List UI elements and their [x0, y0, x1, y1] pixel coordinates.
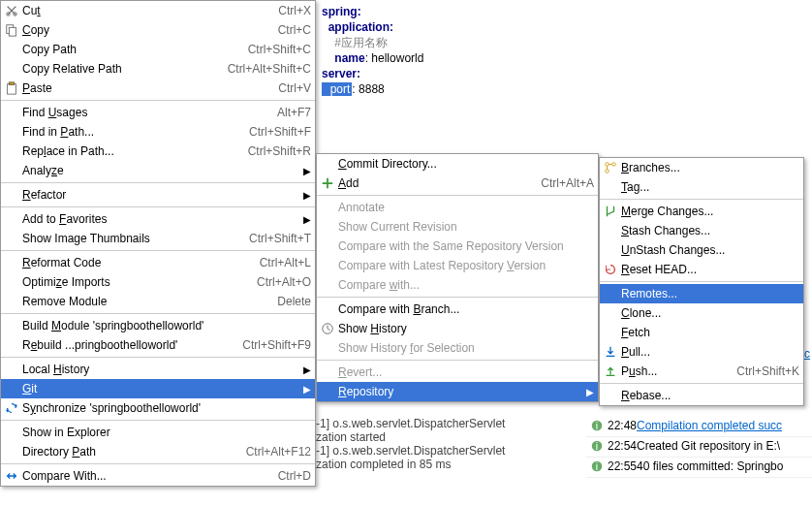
repo-menu-pull[interactable]: Pull... — [600, 342, 803, 362]
git-menu-commit-directory[interactable]: Commit Directory... — [317, 154, 598, 174]
code-line: application: — [322, 19, 808, 35]
submenu-arrow-icon: ▶ — [303, 384, 311, 395]
menu-shortcut: Ctrl+Shift+F9 — [242, 338, 311, 352]
cut-icon — [4, 3, 19, 18]
menu-separator — [1, 250, 315, 251]
menu-shortcut: Ctrl+Alt+L — [260, 256, 311, 269]
repo-menu-clone[interactable]: Clone... — [600, 303, 803, 323]
menu-separator — [600, 199, 803, 200]
main-menu-add-to-favorites[interactable]: Add to Favorites▶ — [1, 209, 315, 229]
submenu-arrow-icon: ▶ — [586, 387, 594, 397]
main-menu-copy-relative-path[interactable]: Copy Relative PathCtrl+Alt+Shift+C — [1, 59, 315, 79]
repo-menu-reset-head[interactable]: Reset HEAD... — [600, 260, 803, 279]
code-editor[interactable]: spring: application: #应用名称 name: hellowo… — [318, 0, 812, 97]
main-menu-synchronize-springboothelloworld[interactable]: Synchronize 'springboothelloworld' — [1, 398, 315, 418]
menu-item-label: Git — [22, 382, 311, 395]
git-menu-compare-with-latest-repository-version: Compare with Latest Repository Version — [317, 256, 598, 275]
menu-shortcut: Ctrl+Alt+O — [257, 275, 311, 289]
main-menu-local-history[interactable]: Local History▶ — [1, 360, 315, 379]
repo-menu-branches[interactable]: Branches... — [600, 158, 803, 177]
menu-shortcut: Ctrl+Shift+F — [249, 125, 311, 139]
menu-shortcut: Ctrl+Alt+Shift+C — [228, 62, 311, 76]
main-menu-build-module-springboothelloworld[interactable]: Build Module 'springboothelloworld' — [1, 316, 315, 335]
main-menu-refactor[interactable]: Refactor▶ — [1, 185, 315, 205]
menu-item-label: Local History — [22, 363, 311, 376]
menu-item-label: Revert... — [338, 365, 594, 379]
menu-item-label: Compare with Latest Repository Version — [338, 259, 594, 272]
menu-separator — [1, 463, 315, 464]
menu-item-label: Cut — [22, 4, 259, 17]
main-menu-find-usages[interactable]: Find UsagesAlt+F7 — [1, 103, 315, 122]
menu-item-label: Remove Module — [22, 295, 258, 308]
main-menu-remove-module[interactable]: Remove ModuleDelete — [1, 292, 315, 311]
main-menu-replace-in-path[interactable]: Replace in Path...Ctrl+Shift+R — [1, 142, 315, 161]
git-menu-add[interactable]: AddCtrl+Alt+A — [317, 174, 598, 193]
context-menu-repository[interactable]: Branches...Tag...Merge Changes...Stash C… — [599, 157, 804, 406]
main-menu-show-image-thumbnails[interactable]: Show Image ThumbnailsCtrl+Shift+T — [1, 229, 315, 248]
menu-item-label: Copy Relative Path — [22, 62, 208, 76]
repo-menu-unstash-changes[interactable]: UnStash Changes... — [600, 240, 803, 260]
console-line: -1] o.s.web.servlet.DispatcherServlet — [316, 417, 587, 430]
sync-icon — [4, 400, 19, 416]
git-menu-compare-with-branch[interactable]: Compare with Branch... — [317, 300, 598, 319]
repo-menu-remotes[interactable]: Remotes... — [600, 284, 803, 303]
submenu-arrow-icon: ▶ — [303, 214, 311, 225]
repo-menu-fetch[interactable]: Fetch — [600, 323, 803, 342]
main-menu-copy[interactable]: CopyCtrl+C — [1, 20, 315, 40]
main-menu-git[interactable]: Git▶ — [1, 379, 315, 398]
menu-item-label: Compare With... — [22, 469, 259, 483]
menu-item-label: Tag... — [621, 180, 799, 194]
pull-icon — [603, 344, 618, 360]
menu-item-label: Replace in Path... — [22, 144, 229, 158]
submenu-arrow-icon: ▶ — [303, 166, 311, 176]
main-menu-compare-with[interactable]: Compare With...Ctrl+D — [1, 466, 315, 486]
menu-shortcut: Ctrl+Shift+K — [736, 364, 799, 378]
svg-rect-4 — [8, 84, 16, 95]
main-menu-copy-path[interactable]: Copy PathCtrl+Shift+C — [1, 40, 315, 59]
menu-separator — [600, 281, 803, 282]
menu-item-label: Find in Path... — [22, 125, 230, 139]
menu-item-label: Compare with the Same Repository Version — [338, 239, 594, 253]
menu-separator — [1, 313, 315, 314]
code-line: name: helloworld — [322, 50, 808, 66]
plus-icon — [320, 175, 335, 191]
event-log: i22:48Compilation completed succi22:54Cr… — [586, 417, 812, 506]
main-menu-reformat-code[interactable]: Reformat CodeCtrl+Alt+L — [1, 253, 315, 272]
main-menu-paste[interactable]: PasteCtrl+V — [1, 79, 315, 98]
console-line: zation started — [316, 430, 587, 444]
git-menu-repository[interactable]: Repository▶ — [317, 382, 598, 401]
menu-separator — [1, 420, 315, 421]
repo-menu-stash-changes[interactable]: Stash Changes... — [600, 221, 803, 240]
main-menu-show-in-explorer[interactable]: Show in Explorer — [1, 423, 315, 442]
menu-item-label: Pull... — [621, 345, 799, 359]
git-menu-show-history[interactable]: Show History — [317, 319, 598, 338]
repo-menu-tag[interactable]: Tag... — [600, 177, 803, 197]
context-menu-git[interactable]: Commit Directory...AddCtrl+Alt+AAnnotate… — [316, 153, 599, 402]
copy-icon — [4, 22, 19, 38]
main-menu-rebuild-pringboothelloworld[interactable]: Rebuild ...pringboothelloworld'Ctrl+Shif… — [1, 335, 315, 355]
menu-item-label: Add to Favorites — [22, 212, 311, 226]
main-menu-optimize-imports[interactable]: Optimize ImportsCtrl+Alt+O — [1, 272, 315, 292]
menu-item-label: Find Usages — [22, 106, 258, 119]
git-menu-compare-with: Compare with... — [317, 275, 598, 295]
main-menu-directory-path[interactable]: Directory PathCtrl+Alt+F12 — [1, 442, 315, 461]
main-menu-cut[interactable]: CutCtrl+X — [1, 1, 315, 20]
menu-shortcut: Ctrl+Alt+A — [541, 176, 594, 190]
menu-item-label: Show Current Revision — [338, 220, 594, 234]
repo-menu-push[interactable]: Push...Ctrl+Shift+K — [600, 362, 803, 381]
context-menu-main[interactable]: CutCtrl+XCopyCtrl+CCopy PathCtrl+Shift+C… — [0, 0, 316, 487]
git-menu-annotate: Annotate — [317, 198, 598, 217]
repo-menu-rebase[interactable]: Rebase... — [600, 386, 803, 405]
branch-icon — [603, 160, 618, 175]
code-line: server: — [322, 66, 808, 81]
menu-item-label: Add — [338, 176, 521, 190]
menu-shortcut: Ctrl+D — [278, 469, 311, 483]
main-menu-find-in-path[interactable]: Find in Path...Ctrl+Shift+F — [1, 122, 315, 142]
menu-separator — [317, 297, 598, 298]
log-entry: i22:48Compilation completed succ — [586, 417, 812, 437]
menu-item-label: Annotate — [338, 201, 594, 214]
svg-text:i: i — [596, 420, 598, 431]
repo-menu-merge-changes[interactable]: Merge Changes... — [600, 202, 803, 221]
main-menu-analyze[interactable]: Analyze▶ — [1, 161, 315, 180]
menu-item-label: Reset HEAD... — [621, 263, 799, 276]
